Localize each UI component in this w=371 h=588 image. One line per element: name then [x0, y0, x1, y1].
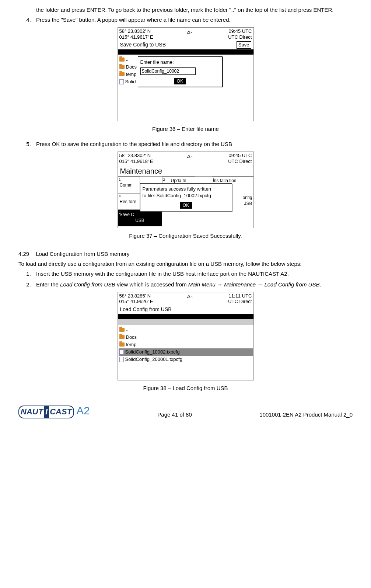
load-intro-paragraph: To load and directly use a configuration…: [18, 260, 353, 268]
filename-input[interactable]: SolidConfig_10002: [140, 67, 196, 75]
boat-icon: [186, 28, 195, 40]
menu-cell-1[interactable]: 1 Comm: [118, 177, 140, 193]
time-line1: 09:45 UTC: [228, 28, 252, 34]
folder-temp-row[interactable]: temp: [119, 341, 253, 348]
section-heading: 4.29 Load Configuration from USB memory: [18, 250, 353, 258]
popup-text-2: to file: SolidConfig_10002.txpcfg: [143, 192, 230, 199]
file-icon: [119, 357, 124, 362]
enter-filename-popup: Enter file name: SolidConfig_10002 OK: [138, 56, 223, 87]
boat-icon: [186, 153, 195, 164]
folder-docs-row[interactable]: Docs: [119, 334, 253, 341]
coords-line2: 015° 41.9617' E: [119, 34, 153, 40]
folder-icon: [119, 58, 125, 62]
folder-icon: [119, 328, 125, 332]
folder-icon: [119, 335, 125, 339]
spacer-bar: [118, 319, 253, 325]
load-step-1: Insert the USB memory with the configura…: [32, 270, 353, 278]
folder-icon: [119, 342, 125, 347]
file-icon: [119, 349, 124, 355]
coords-line1: 58° 23.8302' N: [119, 28, 153, 34]
document-id: 1001001-2EN A2 Product Manual 2_0: [259, 411, 353, 418]
figure-36-caption: Figure 36 – Enter file name: [18, 125, 353, 133]
page-footer: NAUTICAST A2 Page 41 of 80 1001001-2EN A…: [18, 403, 353, 418]
intro-paragraph: the folder and press ENTER. To go back t…: [36, 6, 353, 14]
screen-title: Save Config to USB: [120, 41, 166, 49]
ok-button[interactable]: OK: [174, 78, 186, 84]
column-header-bar: [118, 314, 253, 319]
time-line1: 11:11 UTC: [228, 293, 252, 299]
nauticast-logo: NAUTICAST A2: [18, 403, 90, 418]
screen-title: Maintenance: [118, 165, 253, 176]
page-number: Page 41 of 80: [157, 411, 192, 418]
save-button[interactable]: Save: [237, 41, 251, 49]
load-step-2: Enter the Load Config from USB view whic…: [32, 281, 353, 288]
file-row[interactable]: SolidConfig_200001.txpcfg: [119, 356, 253, 363]
time-line2: UTC Direct: [228, 34, 252, 40]
menu-cell-3[interactable]: 3 Ins talla tion: [212, 177, 253, 183]
file-row-selected[interactable]: SolidConfig_10002.txpcfg: [119, 348, 253, 356]
folder-icon: [119, 65, 125, 69]
time-line1: 09:45 UTC: [228, 153, 252, 159]
coords-line2: 015° 41.9626' E: [119, 299, 153, 305]
boat-icon: [186, 293, 195, 305]
menu-cell-7-selected[interactable]: 7 Save C USB: [118, 210, 162, 226]
coords-line2: 015° 41.9618' E: [119, 159, 153, 164]
menu-cell-6[interactable]: onfig JSB: [232, 193, 253, 210]
time-line2: UTC Direct: [228, 159, 252, 164]
figure-38-caption: Figure 38 – Load Config from USB: [18, 384, 353, 392]
figure-37-caption: Figure 37 – Configuration Saved Successf…: [18, 232, 353, 240]
ok-button[interactable]: OK: [180, 202, 192, 209]
section-number: 4.29: [18, 250, 29, 258]
folder-icon: [119, 72, 125, 76]
coords-line1: 58° 23.8302' N: [119, 153, 153, 159]
section-title: Load Configuration from USB memory: [36, 250, 129, 258]
folder-up-row[interactable]: ..: [119, 326, 253, 333]
menu-cell-2[interactable]: 2 Upda te: [162, 177, 195, 183]
success-popup: Parameters success fully written to file…: [140, 183, 232, 211]
step-4: Press the "Save" button. A popup will ap…: [32, 16, 353, 24]
figure-38-screenshot: 58° 23.8285' N 015° 41.9626' E 11:11 UTC…: [118, 292, 254, 381]
figure-37-screenshot: 58° 23.8302' N 015° 41.9618' E 09:45 UTC…: [118, 152, 254, 228]
coords-line1: 58° 23.8285' N: [119, 293, 153, 299]
screen-title: Load Config from USB: [120, 306, 172, 313]
menu-cell-4[interactable]: 4 Res tore: [118, 193, 140, 210]
popup-text-1: Parameters success fully written: [143, 186, 230, 192]
popup-label: Enter file name:: [140, 59, 220, 66]
step-5: Press OK to save the configuration to th…: [32, 140, 353, 148]
column-header-bar: [118, 49, 253, 55]
file-icon: [119, 79, 124, 84]
time-line2: UTC Direct: [228, 299, 252, 305]
figure-36-screenshot: 58° 23.8302' N 015° 41.9617' E 09:45 UTC…: [118, 27, 254, 121]
